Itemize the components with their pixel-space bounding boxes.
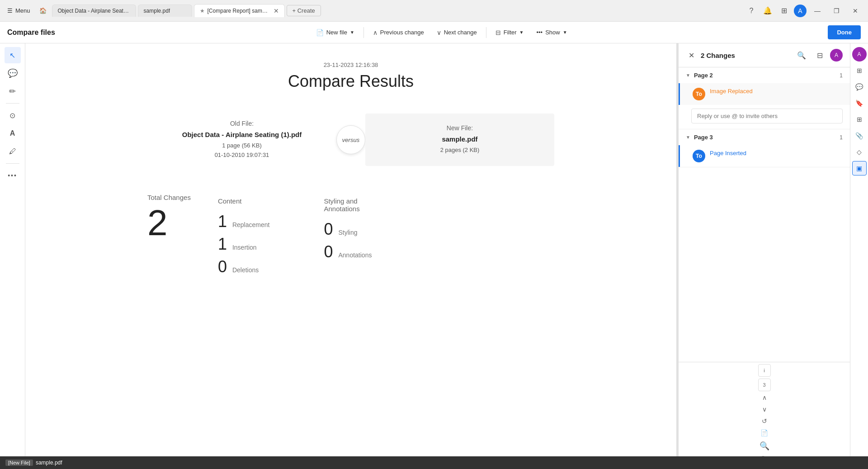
annotations-row: 0 Annotations — [324, 242, 372, 261]
panel-search-icon[interactable]: 🔍 — [793, 49, 810, 62]
styling-text: Styling — [338, 229, 357, 236]
attachment-panel-icon[interactable]: 📎 — [852, 128, 867, 143]
report-datetime: 23-11-2023 12:16:38 — [324, 62, 378, 68]
panel-header: ✕ 2 Changes 🔍 ⊟ A — [679, 43, 850, 67]
insertion-num: 1 — [218, 235, 227, 254]
versus-badge: versus — [336, 125, 365, 154]
next-change-label: Next change — [444, 29, 477, 36]
done-button[interactable]: Done — [828, 25, 861, 39]
tab-2-label: sample.pdf — [144, 8, 170, 14]
browser-bar: ☰ tab1 Menu 🏠 Object Data - Airplane Sea… — [0, 0, 868, 22]
maximize-button[interactable]: ❐ — [827, 2, 845, 20]
replacement-row: 1 Replacement — [218, 212, 270, 231]
text-tool[interactable]: A — [5, 125, 21, 142]
menu-button[interactable]: ☰ tab1 Menu — [4, 5, 34, 16]
more-tools[interactable]: ••• — [5, 167, 21, 184]
status-tag: [New File] — [5, 460, 33, 466]
thumbnail-icon[interactable]: ⊞ — [852, 112, 867, 127]
change-type-1: Image Replaced — [710, 88, 753, 95]
close-button[interactable]: ✕ — [846, 2, 864, 20]
styling-block: Styling andAnnotations 0 Styling 0 Annot… — [324, 197, 372, 265]
refresh-button[interactable]: ↺ — [760, 416, 769, 426]
show-button[interactable]: ••• Show ▼ — [531, 26, 573, 38]
filter-button[interactable]: ⊟ Filter ▼ — [490, 26, 529, 39]
annotations-num: 0 — [324, 242, 333, 261]
layers-panel-icon[interactable]: ◇ — [852, 145, 867, 159]
stats-section: Total Changes 2 Content 1 Replacement 1 … — [147, 194, 554, 280]
next-change-button[interactable]: ∨ Next change — [431, 26, 482, 39]
browser-tab-1[interactable]: Object Data - Airplane Seating (1... — [52, 5, 136, 17]
panel-user-icon[interactable]: A — [830, 49, 843, 62]
new-file-button[interactable]: 📄 New file ▼ — [311, 26, 360, 39]
page-2-chevron: ▼ — [686, 73, 690, 78]
panel-filter-icon[interactable]: ⊟ — [813, 49, 826, 62]
styling-annotations-label: Styling andAnnotations — [324, 197, 372, 213]
compare-panel-icon[interactable]: ▣ — [852, 161, 867, 175]
reply-box-1[interactable] — [691, 109, 843, 123]
replacement-num: 1 — [218, 212, 227, 231]
panel-title: 2 Changes — [701, 52, 790, 59]
new-file-meta: 2 pages (2 KB) — [376, 146, 543, 155]
show-label: Show — [545, 29, 560, 36]
change-image-replaced[interactable]: To Image Replaced — [679, 83, 850, 105]
notifications-icon[interactable]: 🔔 — [761, 5, 774, 17]
link-tool[interactable]: ⊙ — [5, 107, 21, 123]
previous-change-button[interactable]: ∧ Previous change — [368, 26, 429, 39]
profile-icon[interactable]: A — [794, 5, 807, 17]
draw-tool[interactable]: ✏ — [5, 83, 21, 99]
document-button[interactable]: 📄 — [759, 427, 770, 438]
replacement-label: Replacement — [232, 221, 270, 228]
browser-tab-2[interactable]: sample.pdf — [138, 5, 192, 17]
change-avatar-2: To — [693, 150, 705, 162]
page-3-group: ▼ Page 3 1 To Page Inserted — [679, 129, 850, 167]
old-file-name: Object Data - Airplane Seating (1).pdf — [158, 131, 326, 138]
files-comparison: Old File: Object Data - Airplane Seating… — [147, 109, 554, 171]
total-changes-block: Total Changes 2 — [147, 194, 191, 241]
content-area: 23-11-2023 12:16:38 Compare Results Old … — [25, 43, 676, 469]
right-icon-panel: A ⊞ 💬 🔖 ⊞ 📎 ◇ ▣ — [850, 43, 868, 469]
create-button[interactable]: + Create — [287, 5, 321, 16]
tab-close-icon[interactable]: ✕ — [274, 7, 279, 14]
content-label: Content — [218, 197, 270, 205]
old-file-pages: 1 page (56 KB) — [222, 142, 261, 149]
tab-3-label: [Compare Report] sampl... — [208, 8, 271, 14]
select-tool[interactable]: ↖ — [5, 47, 21, 63]
minimize-button[interactable]: — — [808, 2, 826, 20]
tool-separator-2 — [6, 163, 19, 164]
reply-input-1[interactable] — [697, 113, 837, 119]
insertion-label: Insertion — [232, 244, 257, 251]
page-3-button[interactable]: 3 — [758, 379, 771, 391]
changes-panel: ✕ 2 Changes 🔍 ⊟ A ▼ Page 2 1 To Image Re… — [678, 43, 850, 469]
user-avatar-icon[interactable]: A — [852, 47, 867, 62]
info-button[interactable]: i — [758, 364, 771, 377]
app-toolbar: Compare files 📄 New file ▼ ∧ Previous ch… — [0, 22, 868, 43]
scroll-up-button[interactable]: ∧ — [760, 392, 769, 403]
page-3-label: Page 3 — [694, 134, 836, 141]
compare-view-icon[interactable]: ⊞ — [852, 63, 867, 78]
filter-chevron: ▼ — [519, 30, 524, 35]
previous-change-label: Previous change — [380, 29, 424, 36]
panel-close-button[interactable]: ✕ — [686, 50, 697, 61]
browser-tab-3[interactable]: ★ [Compare Report] sampl... ✕ — [194, 4, 285, 17]
bookmarks-panel-icon[interactable]: 🔖 — [852, 96, 867, 110]
scroll-down-button[interactable]: ∨ — [760, 404, 769, 415]
new-file-label: New File: — [376, 124, 543, 132]
help-icon[interactable]: ? — [745, 5, 758, 17]
old-file-date: 01-10-2010 19:07:31 — [215, 152, 269, 158]
page-3-header[interactable]: ▼ Page 3 1 — [679, 129, 850, 145]
annotations-text: Annotations — [338, 251, 372, 259]
home-button[interactable]: 🏠 — [36, 5, 50, 17]
stamp-tool[interactable]: 🖊 — [5, 143, 21, 160]
change-page-inserted[interactable]: To Page Inserted — [679, 145, 850, 167]
apps-grid-icon[interactable]: ⊞ — [778, 5, 790, 17]
comments-panel-icon[interactable]: 💬 — [852, 80, 867, 94]
hamburger-icon: ☰ — [7, 7, 13, 14]
insertion-row: 1 Insertion — [218, 235, 270, 254]
new-file-chevron: ▼ — [350, 30, 354, 35]
comment-tool[interactable]: 💬 — [5, 65, 21, 81]
zoom-in-button[interactable]: 🔍 — [758, 439, 771, 453]
page-2-header[interactable]: ▼ Page 2 1 — [679, 67, 850, 83]
change-type-2: Page Inserted — [710, 150, 746, 156]
tool-separator-1 — [6, 103, 19, 104]
page-2-group: ▼ Page 2 1 To Image Replaced — [679, 67, 850, 129]
